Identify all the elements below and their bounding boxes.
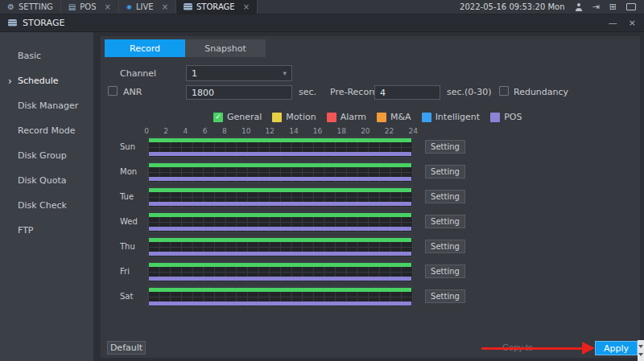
schedule-row-tue: Tue Setting [101,186,465,207]
storage-title-bar: STORAGE — × [0,14,644,32]
apply-button[interactable]: Apply [595,341,638,355]
general-record-bar [149,238,411,242]
setting-button-sat[interactable]: Setting [425,289,465,303]
time-tick: 22 [385,127,394,135]
time-tick: 12 [266,127,275,135]
timeline-tue[interactable] [147,187,413,207]
tab-storage-label: STORAGE [196,2,235,11]
setting-button-mon[interactable]: Setting [425,165,465,178]
scroll-down-icon[interactable] [638,353,643,356]
default-button[interactable]: Default [107,341,146,355]
general-record-bar [149,163,411,167]
timeline-mon[interactable] [147,162,413,183]
close-icon[interactable]: × [243,3,250,11]
close-icon[interactable]: × [105,3,111,11]
time-tick: 24 [408,127,417,135]
check-icon: ✓ [215,113,221,121]
redundancy-checkbox[interactable] [499,86,509,96]
day-label: Sun [120,142,147,151]
timeline-sat[interactable] [147,286,413,307]
record-snapshot-tabs: Record Snapshot [101,36,640,57]
day-label: Tue [120,192,147,201]
tab-storage[interactable]: STORAGE × [176,0,258,14]
tab-pos[interactable]: ▤ POS × [61,0,119,14]
time-tick: 0 [144,127,149,135]
page-title: STORAGE [23,18,64,28]
timeline-wed[interactable] [147,211,413,232]
time-axis: 0 2 4 6 8 10 12 14 16 18 20 22 24 [144,127,418,135]
timeline-sun[interactable] [147,137,413,158]
anr-input[interactable] [186,85,292,100]
time-tick: 6 [203,127,208,135]
pre-record-input[interactable] [374,85,440,100]
pos-record-bar [149,227,411,231]
tab-setting[interactable]: ⚙ SETTING [0,0,61,14]
pos-checkbox[interactable] [490,113,500,122]
tab-live[interactable]: ◉ LIVE × [119,0,176,14]
sidebar-item-schedule[interactable]: › Schedule [0,68,93,93]
setting-button-sun[interactable]: Setting [425,140,465,154]
anr-checkbox[interactable] [108,86,118,96]
time-tick: 16 [313,127,322,135]
pos-record-bar [149,177,411,181]
schedule-row-wed: Wed Setting [101,211,465,232]
topbar-right: 2022-05-16 09:53:20 Mon ⇥ ⊞ [460,0,644,14]
tab-record[interactable]: Record [105,39,185,57]
legend-label: General [227,112,262,122]
legend-pos: POS [490,112,522,122]
top-tab-bar: ⚙ SETTING ▤ POS × ◉ LIVE × STORAGE × 202… [0,0,644,14]
time-tick: 8 [222,127,227,135]
sidebar-item-record-mode[interactable]: Record Mode [0,118,93,143]
motion-checkbox[interactable] [272,113,282,122]
tab-setting-label: SETTING [19,2,53,11]
day-label: Fri [120,267,147,276]
scroll-down-icon[interactable] [638,345,643,348]
channel-select[interactable]: 1 ▾ [186,65,292,81]
general-record-bar [149,263,411,267]
minimize-icon[interactable]: — [609,18,617,27]
general-checkbox[interactable]: ✓ [213,113,223,122]
sidebar-item-label: Disk Group [18,150,67,161]
chevron-right-icon: › [8,76,12,87]
close-icon[interactable]: × [629,18,636,27]
apps-grid-icon[interactable]: ⊞ [609,2,617,11]
day-label: Sat [120,292,147,301]
sidebar-item-label: Disk Quota [18,175,67,186]
display-icon[interactable] [626,3,636,10]
sidebar-item-ftp[interactable]: FTP [0,218,93,243]
anr-label: ANR [123,87,142,97]
sidebar-item-basic[interactable]: Basic [0,43,93,68]
tab-snapshot[interactable]: Snapshot [185,39,266,57]
close-icon[interactable]: × [162,3,168,11]
vertical-scrollbar[interactable] [638,340,644,361]
record-type-legend: ✓ General Motion Alarm M&A [213,112,522,122]
timeline-fri[interactable] [147,261,413,282]
datetime: 2022-05-16 09:53:20 Mon [460,2,564,11]
ma-checkbox[interactable] [377,113,386,122]
schedule-row-sat: Sat Setting [101,285,465,307]
timeline-thu[interactable] [147,236,413,257]
intelligent-checkbox[interactable] [422,113,431,122]
sidebar-item-disk-quota[interactable]: Disk Quota [0,168,93,193]
sidebar-item-disk-manager[interactable]: Disk Manager [0,93,93,118]
live-icon: ◉ [126,4,132,10]
time-tick: 10 [242,127,250,135]
gear-icon: ⚙ [7,3,14,11]
sidebar-item-label: Record Mode [18,125,75,136]
sidebar-item-disk-group[interactable]: Disk Group [0,143,93,168]
setting-button-fri[interactable]: Setting [425,265,465,278]
alarm-checkbox[interactable] [327,113,336,122]
schedule-row-thu: Thu Setting [101,236,465,257]
logout-icon[interactable]: ⇥ [592,2,600,11]
setting-button-wed[interactable]: Setting [425,215,465,228]
user-icon[interactable] [575,3,583,11]
day-label: Wed [120,217,147,226]
pos-record-bar [149,152,411,156]
general-record-bar [149,138,411,142]
setting-button-thu[interactable]: Setting [425,240,465,253]
main-area: Record Snapshot Channel 1 ▾ ANR sec. Pre… [93,32,644,361]
setting-button-tue[interactable]: Setting [425,190,465,203]
schedule-row-sun: Sun Setting [101,136,465,158]
sidebar-item-disk-check[interactable]: Disk Check [0,193,93,218]
schedule-grid: Sun Setting Mon Setting [101,136,465,310]
